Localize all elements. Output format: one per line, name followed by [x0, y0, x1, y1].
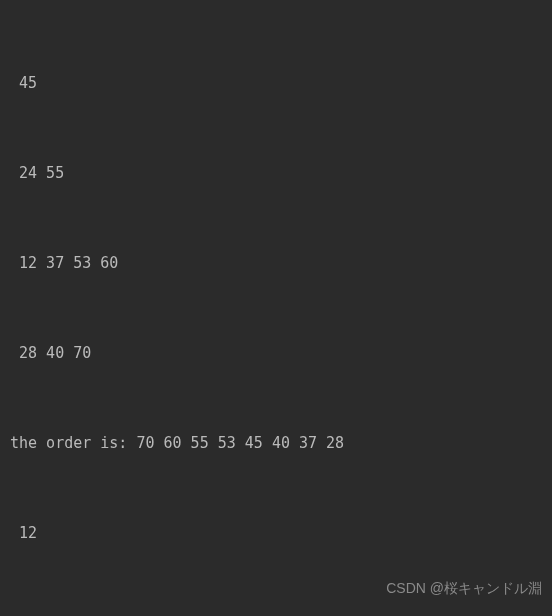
- output-line: 12: [10, 518, 552, 548]
- output-line: 24: [10, 608, 552, 616]
- output-line: 28 40 70: [10, 338, 552, 368]
- watermark: CSDN @桜キャンドル淵: [386, 574, 542, 602]
- watermark-text: CSDN @桜キャンドル淵: [386, 580, 542, 596]
- output-line: 24 55: [10, 158, 552, 188]
- console-output: 45 24 55 12 37 53 60 28 40 70 the order …: [0, 8, 552, 616]
- output-line: 12 37 53 60: [10, 248, 552, 278]
- output-line: 45: [10, 68, 552, 98]
- output-line: the order is: 70 60 55 53 45 40 37 28: [10, 428, 552, 458]
